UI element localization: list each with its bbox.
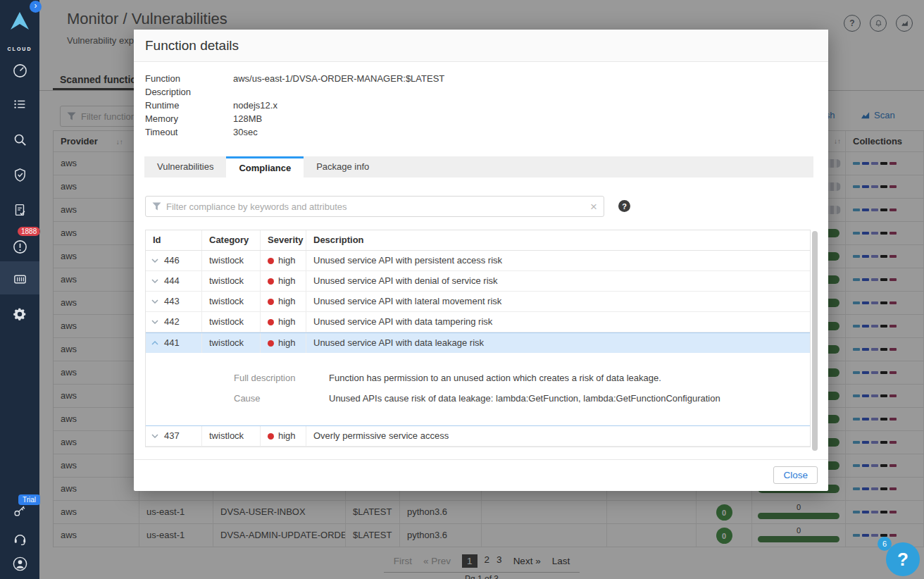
id-cell[interactable]: 437 (146, 426, 202, 446)
meta-value: 128MB (233, 112, 444, 125)
sidebar-item-containers[interactable] (11, 270, 28, 287)
category-cell: twistlock (202, 292, 261, 311)
column-header[interactable]: Severity (261, 230, 306, 250)
column-header[interactable]: Id (146, 230, 202, 250)
modal-title: Function details (134, 30, 828, 62)
severity-cell: high (261, 292, 306, 311)
modal-tabs: VulnerabilitiesCompliancePackage info (144, 156, 813, 178)
chevron-up-icon (151, 341, 158, 345)
function-meta-row: Runtimenodejs12.x (145, 99, 444, 112)
id-cell[interactable]: 444 (146, 271, 202, 291)
function-meta-row: Timeout30sec (145, 125, 444, 139)
logo-text: CLOUD (0, 46, 39, 51)
help-bubble[interactable]: ? (886, 542, 920, 576)
chevron-down-icon (151, 320, 158, 324)
filter-help-icon[interactable]: ? (618, 200, 630, 212)
sidebar-item-radars[interactable] (11, 96, 28, 113)
meta-label: Timeout (145, 125, 233, 139)
compliance-row[interactable]: 437twistlockhighOverly permissive servic… (146, 426, 810, 447)
sidebar-item-profile[interactable] (11, 555, 28, 572)
compliance-row[interactable]: 444twistlockhighUnused service API with … (146, 271, 810, 292)
column-header[interactable]: Description (306, 230, 810, 250)
sidebar-item-search[interactable] (11, 131, 28, 148)
description-cell: Unused service API with data tampering r… (306, 312, 810, 332)
compliance-id: 437 (164, 426, 180, 446)
cause-label: Cause (234, 393, 329, 404)
id-cell[interactable]: 446 (146, 251, 202, 270)
severity-cell: high (261, 426, 306, 446)
compliance-id: 444 (164, 271, 180, 291)
compliance-id: 441 (164, 333, 180, 353)
container-icon (12, 271, 28, 287)
meta-label: Description (145, 85, 233, 99)
headset-icon (12, 530, 28, 547)
id-cell[interactable]: 441 (146, 333, 202, 353)
compliance-row[interactable]: 446twistlockhighUnused service API with … (146, 251, 810, 271)
description-cell: Unused service API with data leakage ris… (306, 333, 810, 353)
description-cell: Unused service API with lateral movement… (306, 292, 810, 311)
function-meta: Functionaws/us-east-1/DVSA-ORDER-MANAGER… (145, 72, 444, 139)
function-meta-row: Description (145, 85, 444, 99)
trial-badge: Trial (18, 494, 40, 505)
compliance-id: 443 (164, 292, 180, 311)
chevron-down-icon (151, 279, 158, 283)
compliance-id: 442 (164, 312, 180, 332)
column-header[interactable]: Category (202, 230, 261, 250)
clear-filter-icon[interactable]: × (590, 201, 597, 213)
tab-compliance[interactable]: Compliance (226, 156, 304, 178)
full-description-value: Function has permission to an unused act… (329, 373, 810, 383)
severity-cell: high (261, 333, 306, 353)
sidebar-item-support[interactable] (11, 530, 28, 547)
shield-check-icon (12, 167, 28, 183)
description-cell: Overly permissive service access (306, 426, 810, 446)
sidebar-item-alerts[interactable] (11, 238, 28, 255)
alerts-count-badge: 1888 (18, 227, 40, 236)
funnel-icon (152, 202, 161, 211)
id-cell[interactable]: 443 (146, 292, 202, 311)
meta-label: Memory (145, 112, 233, 125)
cause-value: Unused APIs cause risk of data leakage: … (329, 393, 810, 404)
prisma-cloud-logo (9, 11, 30, 31)
sidebar-item-defend[interactable] (11, 166, 28, 183)
severity-cell: high (261, 312, 306, 332)
severity-cell: high (261, 271, 306, 291)
sidebar-expand-button[interactable]: › (30, 1, 42, 13)
category-cell: twistlock (202, 251, 261, 270)
gauge-icon (12, 63, 28, 79)
close-button[interactable]: Close (773, 466, 818, 484)
alert-icon (12, 239, 28, 255)
modal-table-scrollbar[interactable] (812, 231, 818, 451)
meta-label: Function (145, 72, 233, 85)
user-icon (12, 556, 28, 572)
chevron-down-icon (151, 299, 158, 304)
sidebar: CLOUD 1888 (0, 0, 39, 579)
sidebar-item-compliance[interactable] (11, 201, 28, 218)
chevron-down-icon (151, 259, 158, 263)
meta-value: 30sec (233, 125, 444, 139)
tab-vulnerabilities[interactable]: Vulnerabilities (144, 156, 226, 178)
severity-dot (268, 258, 274, 264)
sidebar-item-settings[interactable] (11, 306, 28, 323)
meta-label: Runtime (145, 99, 233, 112)
screen: CLOUD 1888 (0, 0, 924, 579)
category-cell: twistlock (202, 333, 261, 353)
id-cell[interactable]: 442 (146, 312, 202, 332)
help-bubble-count-badge: 6 (878, 537, 892, 551)
search-icon (12, 132, 28, 148)
tab-package-info[interactable]: Package info (304, 156, 382, 178)
compliance-row[interactable]: 443twistlockhighUnused service API with … (146, 292, 810, 312)
severity-dot (268, 340, 274, 347)
full-description-row: Full descriptionFunction has permission … (234, 373, 810, 383)
compliance-filter-input[interactable] (166, 201, 585, 212)
function-details-modal: Function details Functionaws/us-east-1/D… (134, 30, 828, 491)
category-cell: twistlock (202, 426, 261, 446)
compliance-row[interactable]: 441twistlockhighUnused service API with … (146, 332, 810, 353)
meta-value (233, 85, 444, 99)
compliance-filter[interactable]: × (145, 196, 604, 217)
description-cell: Unused service API with denial of servic… (306, 271, 810, 291)
category-cell: twistlock (202, 271, 261, 291)
meta-value: nodejs12.x (233, 99, 444, 112)
sidebar-item-dashboard[interactable] (11, 62, 28, 79)
compliance-row[interactable]: 442twistlockhighUnused service API with … (146, 312, 810, 332)
severity-dot (268, 433, 274, 440)
